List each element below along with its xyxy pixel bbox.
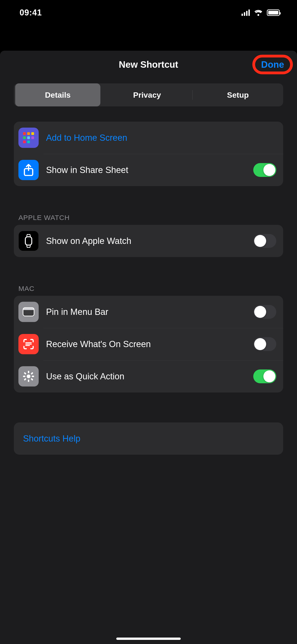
- row-label: Add to Home Screen: [46, 133, 276, 143]
- shortcut-settings-sheet: New Shortcut Done Details Privacy Setup …: [0, 51, 297, 644]
- battery-icon: [267, 10, 280, 16]
- tab-details[interactable]: Details: [15, 84, 100, 106]
- svg-rect-10: [32, 376, 34, 377]
- group-help: Shortcuts Help: [14, 422, 283, 455]
- apple-watch-icon: [18, 231, 39, 251]
- done-button[interactable]: Done: [261, 60, 284, 70]
- segmented-control: Details Privacy Setup: [14, 84, 283, 106]
- menu-bar-icon: [18, 302, 39, 322]
- row-label: Pin in Menu Bar: [46, 307, 253, 317]
- tab-privacy[interactable]: Privacy: [102, 84, 192, 106]
- svg-rect-7: [28, 371, 29, 373]
- home-indicator: [116, 638, 181, 640]
- gear-icon: [18, 366, 39, 386]
- sheet-title: New Shortcut: [119, 60, 178, 70]
- svg-rect-14: [24, 378, 26, 380]
- status-time: 09:41: [20, 8, 42, 18]
- home-screen-icon: [18, 128, 39, 148]
- row-use-as-quick-action[interactable]: Use as Quick Action: [14, 360, 283, 392]
- svg-rect-11: [24, 372, 26, 374]
- svg-rect-12: [30, 378, 33, 380]
- group-header-mac: Mac: [18, 285, 278, 292]
- row-show-in-share-sheet[interactable]: Show in Share Sheet: [14, 154, 283, 186]
- svg-rect-13: [30, 372, 33, 374]
- row-show-on-apple-watch[interactable]: Show on Apple Watch: [14, 225, 283, 257]
- row-label: Shortcuts Help: [23, 434, 276, 444]
- toggle-show-on-apple-watch[interactable]: [253, 234, 276, 248]
- row-label: Use as Quick Action: [46, 372, 253, 382]
- status-bar: 09:41: [0, 0, 297, 25]
- toggle-receive-whats-on-screen[interactable]: [253, 337, 276, 351]
- toggle-pin-in-menu-bar[interactable]: [253, 305, 276, 319]
- status-indicators: [242, 10, 280, 16]
- group-header-apple-watch: Apple Watch: [18, 214, 278, 222]
- row-shortcuts-help[interactable]: Shortcuts Help: [14, 422, 283, 455]
- row-pin-in-menu-bar[interactable]: Pin in Menu Bar: [14, 296, 283, 328]
- row-add-to-home-screen[interactable]: Add to Home Screen: [14, 122, 283, 154]
- group-mac: Pin in Menu Bar Receive What's On Screen: [14, 296, 283, 392]
- wifi-icon: [254, 10, 263, 16]
- svg-point-6: [27, 374, 30, 378]
- sheet-header: New Shortcut Done: [0, 51, 297, 78]
- row-label: Show in Share Sheet: [46, 165, 253, 175]
- row-label: Receive What's On Screen: [46, 339, 253, 349]
- svg-rect-9: [23, 376, 25, 377]
- toggle-show-in-share-sheet[interactable]: [253, 163, 276, 177]
- group-apple-watch: Show on Apple Watch: [14, 225, 283, 257]
- cellular-signal-icon: [242, 10, 250, 16]
- toggle-use-as-quick-action[interactable]: [253, 370, 276, 383]
- row-receive-whats-on-screen[interactable]: Receive What's On Screen: [14, 328, 283, 360]
- group-general: Add to Home Screen Show in Share Sheet: [14, 122, 283, 186]
- svg-rect-1: [25, 237, 32, 245]
- done-button-highlight: Done: [252, 55, 293, 74]
- svg-rect-4: [23, 310, 34, 316]
- screen-capture-icon: [18, 334, 39, 354]
- share-sheet-icon: [18, 160, 39, 180]
- tab-setup[interactable]: Setup: [193, 84, 284, 106]
- row-label: Show on Apple Watch: [46, 236, 253, 246]
- svg-rect-8: [28, 380, 29, 382]
